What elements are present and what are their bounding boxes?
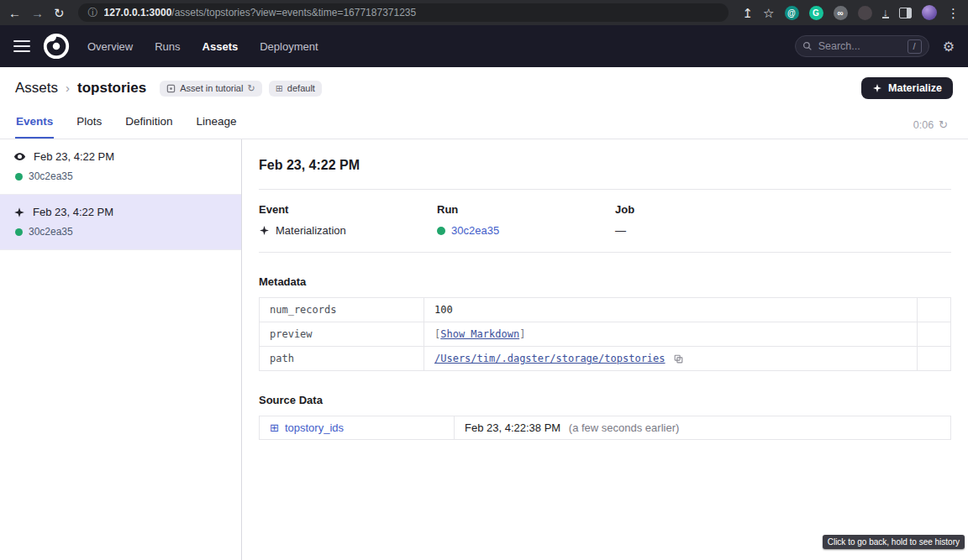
path-link[interactable]: /Users/tim/.dagster/storage/topstories [434, 353, 666, 364]
run-status-dot [15, 173, 23, 181]
app-navbar: Overview Runs Assets Deployment Search..… [0, 25, 968, 67]
tab-lineage[interactable]: Lineage [196, 107, 238, 139]
metadata-value: /Users/tim/.dagster/storage/topstories [424, 347, 918, 371]
source-timestamp: Feb 23, 4:22:38 PM [465, 421, 560, 434]
materialize-label: Materialize [888, 82, 942, 94]
source-timestamp-note: (a few seconds earlier) [569, 421, 680, 434]
asset-tags: Asset in tutorial ↻ ⊞ default [160, 81, 322, 97]
source-data-table: ⊞ topstory_ids Feb 23, 4:22:38 PM (a few… [259, 416, 951, 440]
copy-icon[interactable] [673, 353, 684, 364]
run-id-link[interactable]: 30c2ea35 [29, 170, 73, 182]
materialization-sparkle-icon [259, 225, 270, 236]
metadata-action-cell [918, 298, 951, 322]
upstream-asset-name: topstory_ids [285, 421, 344, 434]
browser-toolbar: ← → ↻ ⓘ 127.0.0.1:3000/assets/topstories… [0, 0, 968, 25]
event-time: Feb 23, 4:22 PM [34, 150, 114, 163]
url-path: /assets/topstories?view=events&time=1677… [171, 7, 416, 18]
run-column-label: Run [437, 203, 615, 216]
extension-grammarly-icon[interactable]: G [809, 6, 823, 20]
screen: ← → ↻ ⓘ 127.0.0.1:3000/assets/topstories… [0, 0, 968, 560]
event-detail-title: Feb 23, 4:22 PM [259, 139, 951, 190]
run-id-link[interactable]: 30c2ea35 [29, 226, 73, 238]
share-icon[interactable]: ↥ [742, 7, 753, 19]
site-info-icon[interactable]: ⓘ [88, 6, 98, 20]
asset-icon [166, 84, 176, 93]
metadata-row: preview [Show Markdown] [260, 322, 951, 347]
metadata-action-cell [918, 347, 951, 371]
bracket: ] [519, 328, 525, 340]
browser-back-tooltip: Click to go back, hold to see history [823, 535, 965, 549]
source-data-heading: Source Data [259, 394, 951, 406]
observation-eye-icon [13, 150, 26, 163]
event-time: Feb 23, 4:22 PM [33, 206, 113, 218]
source-data-row: ⊞ topstory_ids Feb 23, 4:22:38 PM (a few… [260, 416, 951, 440]
refresh-icon[interactable]: ↻ [939, 118, 948, 131]
search-input[interactable]: Search... / [795, 35, 929, 57]
search-shortcut-key: / [908, 39, 922, 54]
breadcrumb-separator: › [66, 81, 70, 95]
content: Feb 23, 4:22 PM 30c2ea35 Feb 23, 4:22 PM… [0, 139, 968, 560]
dagster-logo[interactable] [42, 32, 71, 60]
nav-item-overview[interactable]: Overview [87, 40, 133, 53]
url-text: 127.0.0.1:3000/assets/topstories?view=ev… [104, 7, 417, 18]
tag-label: Asset in tutorial [180, 83, 243, 93]
nav-right: Search... / ⚙ [795, 35, 955, 57]
event-list-sidebar: Feb 23, 4:22 PM 30c2ea35 Feb 23, 4:22 PM… [0, 139, 242, 560]
event-summary-row: Event Materialization Run 30c2ea35 Job — [259, 190, 951, 253]
metadata-value: [Show Markdown] [424, 322, 918, 347]
browser-menu-icon[interactable]: ⋮ [947, 7, 960, 19]
bookmark-star-icon[interactable]: ☆ [763, 7, 774, 19]
tab-plots[interactable]: Plots [76, 107, 103, 139]
search-icon [802, 41, 813, 51]
materialize-button[interactable]: Materialize [861, 77, 953, 99]
nav-item-deployment[interactable]: Deployment [260, 40, 318, 53]
url-host: 127.0.0.1:3000 [104, 7, 172, 18]
metadata-key: num_records [260, 298, 424, 322]
reload-code-location-icon[interactable]: ↻ [247, 83, 255, 94]
breadcrumb-assets-link[interactable]: Assets [15, 80, 58, 96]
tag-asset-in-tutorial[interactable]: Asset in tutorial ↻ [160, 81, 261, 97]
sparkle-icon [872, 83, 882, 93]
event-list-item-observation[interactable]: Feb 23, 4:22 PM 30c2ea35 [0, 139, 241, 195]
refresh-timer: 0:06 ↻ [913, 118, 948, 139]
nav-item-runs[interactable]: Runs [155, 40, 180, 53]
extension-at-icon[interactable]: @ [785, 6, 799, 20]
search-placeholder: Search... [818, 40, 902, 52]
metadata-key: path [260, 347, 424, 371]
event-list-item-materialization[interactable]: Feb 23, 4:22 PM 30c2ea35 [0, 195, 241, 250]
refresh-countdown: 0:06 [913, 119, 934, 131]
back-icon[interactable]: ← [8, 7, 21, 19]
extension-infinity-icon[interactable]: ∞ [834, 6, 848, 20]
forward-icon[interactable]: → [31, 7, 44, 19]
nav-item-assets[interactable]: Assets [203, 40, 239, 53]
run-status-dot [437, 227, 445, 235]
tab-definition[interactable]: Definition [124, 107, 173, 139]
reload-icon[interactable]: ↻ [54, 7, 65, 19]
event-detail-pane: Feb 23, 4:22 PM Event Materialization Ru… [242, 139, 968, 560]
materialization-sparkle-icon [13, 207, 25, 218]
nav-links: Overview Runs Assets Deployment [87, 40, 318, 53]
side-panel-icon[interactable] [899, 8, 912, 18]
metadata-table: num_records 100 preview [Show Markdown] … [259, 297, 951, 371]
page-header: Assets›topstories Asset in tutorial ↻ ⊞ … [0, 67, 968, 107]
group-grid-icon: ⊞ [276, 83, 283, 94]
gear-icon[interactable]: ⚙ [943, 39, 955, 55]
asset-tabs: Events Plots Definition Lineage 0:06 ↻ [0, 107, 968, 139]
metadata-row: path /Users/tim/.dagster/storage/topstor… [260, 347, 951, 371]
tag-group-default[interactable]: ⊞ default [269, 81, 322, 97]
tag-label: default [287, 83, 315, 93]
job-value: — [615, 224, 626, 237]
job-column-label: Job [615, 203, 793, 216]
upstream-asset-link[interactable]: ⊞ topstory_ids [270, 421, 344, 434]
metadata-action-cell [918, 322, 951, 347]
address-bar[interactable]: ⓘ 127.0.0.1:3000/assets/topstories?view=… [78, 3, 729, 22]
tab-events[interactable]: Events [15, 107, 54, 139]
breadcrumb: Assets›topstories [15, 80, 146, 97]
browser-profile-avatar[interactable] [922, 5, 937, 20]
downloads-icon[interactable]: ↓ [882, 8, 890, 18]
extension-icon[interactable] [858, 6, 872, 20]
hamburger-menu-icon[interactable] [13, 40, 30, 52]
run-id-link[interactable]: 30c2ea35 [451, 224, 499, 237]
metadata-row: num_records 100 [260, 298, 951, 322]
show-markdown-link[interactable]: Show Markdown [440, 328, 519, 340]
